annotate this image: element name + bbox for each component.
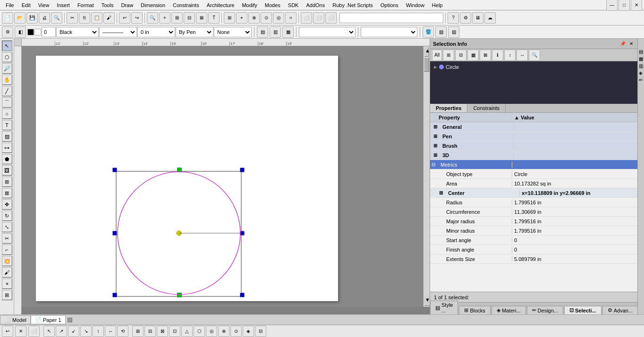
view-btn8[interactable]: ⊕	[218, 326, 229, 337]
matchprop-icon[interactable]: ▥	[270, 26, 281, 38]
tfm-btn1[interactable]: ↖	[43, 326, 55, 337]
strip-button3[interactable]: ▥	[638, 62, 644, 69]
view-btn6[interactable]: ⬡	[194, 326, 205, 337]
help-button[interactable]: ?	[448, 12, 459, 24]
color-select[interactable]: Black	[56, 27, 99, 37]
strip-button5[interactable]: ✏	[638, 76, 644, 84]
view-btn5[interactable]: △	[181, 326, 193, 337]
grid-button[interactable]: ⊞	[224, 12, 235, 24]
tfm-btn5[interactable]: ↕	[93, 326, 104, 337]
undo-button[interactable]: ↩	[119, 12, 130, 24]
save-button[interactable]: 💾	[26, 12, 38, 24]
tab-properties[interactable]: Properties	[430, 104, 467, 112]
block-tool[interactable]: ⊞	[2, 177, 12, 187]
fill-select[interactable]: None	[214, 27, 252, 37]
text-button[interactable]: T	[208, 12, 220, 24]
explode-tool[interactable]: 💥	[2, 256, 12, 266]
menu-tools[interactable]: Tools	[98, 1, 118, 9]
zoom-fit-button[interactable]: ⊠	[196, 12, 207, 24]
sel-expand-button[interactable]: ↕	[504, 50, 516, 61]
view-btn11[interactable]: ⊟	[255, 326, 266, 337]
tfm-btn3[interactable]: ↙	[68, 326, 79, 337]
menu-addons[interactable]: AddOns	[302, 1, 329, 9]
panel-tab-materials[interactable]: ◈ Materi...	[491, 306, 526, 314]
drawing-canvas[interactable]	[36, 56, 338, 301]
all-button[interactable]: All	[432, 50, 442, 61]
menu-insert[interactable]: Insert	[53, 1, 74, 9]
view-btn7[interactable]: ◎	[206, 326, 217, 337]
sel-info-button[interactable]: ℹ	[492, 50, 503, 61]
panel-tab-style[interactable]: ▤ Style ...	[430, 301, 458, 314]
sel-filter-button[interactable]: ⊞	[443, 50, 454, 61]
view-btn9[interactable]: ⊙	[230, 326, 242, 337]
layout3-button[interactable]: ⬜	[325, 12, 337, 24]
canvas-area[interactable]: 11' 12' 13' 14' 15' 16' 17' 18' 19'	[14, 39, 430, 314]
new-button[interactable]: 📄	[2, 12, 13, 24]
menu-constraints[interactable]: Constraints	[169, 1, 203, 9]
text-tool[interactable]: T	[2, 120, 12, 130]
layer-num-input[interactable]	[42, 27, 56, 37]
gear-icon[interactable]: ⚙	[2, 26, 13, 38]
canvas-tab-model[interactable]: ⬜ Model	[0, 315, 31, 324]
namedview-select[interactable]	[299, 27, 356, 37]
menu-options[interactable]: Options	[377, 1, 402, 9]
copy-button[interactable]: ⎘	[79, 12, 90, 24]
prop-icon[interactable]: ▤	[257, 26, 268, 38]
strip-button1[interactable]: ▤	[638, 48, 644, 55]
menu-modify[interactable]: Modify	[238, 1, 261, 9]
pan-tool[interactable]: ✋	[2, 75, 12, 85]
tfm-btn4[interactable]: ↘	[80, 326, 92, 337]
menu-view[interactable]: View	[34, 1, 53, 9]
panel-tab-selection[interactable]: ⊡ Selecti...	[564, 306, 602, 314]
fillet-tool[interactable]: ⌐	[2, 244, 12, 255]
bottom-btn3[interactable]: ⬜	[28, 326, 40, 337]
strip-button2[interactable]: ▦	[638, 55, 644, 62]
tfm-btn2[interactable]: ↗	[56, 326, 67, 337]
circle-tool[interactable]: ○	[2, 109, 12, 119]
namedview2-select[interactable]	[361, 27, 417, 37]
paper[interactable]	[36, 56, 338, 301]
prop-group-general[interactable]: ⊞ General	[430, 122, 637, 132]
panel-tab-blocks[interactable]: ⊞ Blocks	[459, 306, 490, 314]
print-button[interactable]: 🖨	[39, 12, 50, 24]
node-tool[interactable]: ⬡	[2, 52, 12, 62]
print-preview-button[interactable]: 🔍	[51, 12, 62, 24]
layer-icon[interactable]: ◧	[15, 26, 26, 38]
osnap-button[interactable]: ◎	[273, 12, 284, 24]
dimension-tool[interactable]: ⊶	[2, 143, 12, 153]
linewidth-select[interactable]: 0 in	[137, 27, 175, 37]
layout2-button[interactable]: ⬜	[313, 12, 324, 24]
track-button[interactable]: ⌗	[285, 12, 297, 24]
tab-scroll-left[interactable]	[68, 318, 72, 322]
menu-help[interactable]: Help	[428, 1, 447, 9]
view-btn10[interactable]: ◈	[243, 326, 254, 337]
maximize-button[interactable]: □	[619, 0, 630, 11]
rotate-tool[interactable]: ↻	[2, 211, 12, 221]
hatch-icon[interactable]: ▨	[448, 26, 459, 38]
cloud-button[interactable]: ☁	[484, 12, 496, 24]
sel-collapse-button[interactable]: ↔	[517, 50, 528, 61]
zoom-pan-button[interactable]: 🔍	[147, 12, 158, 24]
tab-constraints[interactable]: Constraints	[467, 104, 506, 112]
canvas-tab-paper1[interactable]: 📄 Paper 1	[31, 315, 66, 324]
scroll-down-button[interactable]: ▼	[424, 296, 430, 306]
xref-tool[interactable]: ⊠	[2, 188, 12, 198]
minimize-button[interactable]: —	[606, 0, 618, 11]
view-btn1[interactable]: ⊞	[132, 326, 144, 337]
config-button[interactable]: ⚙	[460, 12, 471, 24]
zoom-tool[interactable]: 🔎	[2, 63, 12, 74]
paintbucket-icon[interactable]: 🪣	[423, 26, 434, 38]
prop-group-3d[interactable]: ⊞ 3D	[430, 151, 637, 160]
brush-tool[interactable]: 🖌	[2, 267, 12, 278]
select-tool[interactable]: ↖	[2, 41, 12, 51]
close-button[interactable]: ✕	[631, 0, 642, 11]
ui-button[interactable]: 🖥	[472, 12, 483, 24]
prop-group-brush[interactable]: ⊞ Brush	[430, 141, 637, 151]
panel-tab-design[interactable]: ✏ Design...	[527, 306, 563, 314]
view-btn2[interactable]: ⊟	[144, 326, 156, 337]
poly-tool[interactable]: ⬟	[2, 154, 12, 164]
zoom-ext-button[interactable]: ⊞	[171, 12, 183, 24]
prop-group-pen[interactable]: ⊞ Pen	[430, 132, 637, 141]
scroll-up-button[interactable]: ▲	[424, 47, 429, 57]
scrollbar-vertical[interactable]: ▲ ▼	[423, 46, 430, 307]
